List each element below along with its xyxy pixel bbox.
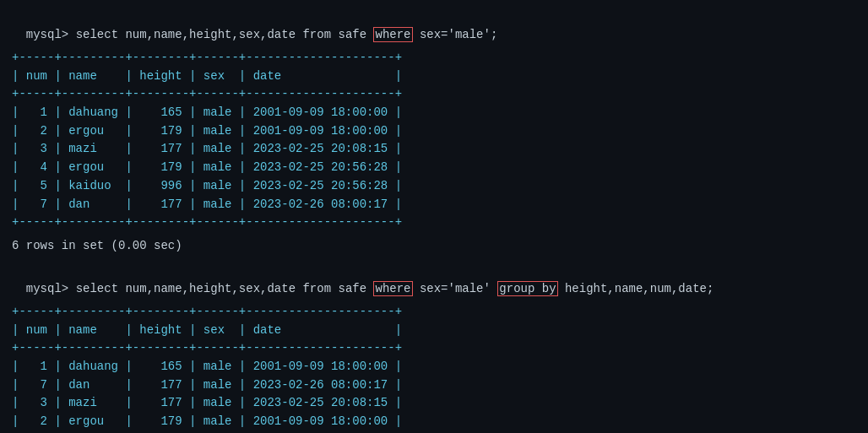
- table1-top-border: +-----+---------+--------+------+-------…: [12, 49, 856, 68]
- query1-line: mysql> select num,name,height,sex,date f…: [12, 8, 856, 44]
- query2-groupby-highlight: group by: [497, 281, 557, 296]
- table-row: | 2 | ergou | 179 | male | 2001-09-09 18…: [12, 122, 856, 141]
- table2-header-border: +-----+---------+--------+------+-------…: [12, 339, 856, 358]
- table1-header: | num | name | height | sex | date |: [12, 68, 856, 86]
- query2-where-highlight: where: [373, 281, 412, 296]
- table-row: | 7 | dan | 177 | male | 2023-02-26 08:0…: [12, 376, 856, 395]
- table-row: | 4 | ergou | 179 | male | 2023-02-25 20…: [12, 159, 856, 177]
- table2: +-----+---------+--------+------+-------…: [12, 303, 856, 433]
- table-row: | 5 | kaiduo | 996 | male | 2023-02-25 2…: [12, 177, 856, 196]
- table1-bottom-border: +-----+---------+--------+------+-------…: [12, 214, 856, 232]
- prompt1: mysql>: [26, 28, 76, 41]
- table1-header-border: +-----+---------+--------+------+-------…: [12, 85, 856, 104]
- query1-after-where: sex='male';: [413, 28, 498, 41]
- query1-where-highlight: where: [373, 27, 412, 42]
- query2-middle: sex='male': [413, 282, 498, 295]
- table-row: | 2 | ergou | 179 | male | 2001-09-09 18…: [12, 413, 856, 431]
- query2-before-where: select num,name,height,sex,date from saf…: [76, 282, 374, 295]
- result1: 6 rows in set (0.00 sec): [12, 239, 856, 252]
- table-row: | 1 | dahuang | 165 | male | 2001-09-09 …: [12, 358, 856, 376]
- prompt2: mysql>: [26, 282, 76, 295]
- query2-after: height,name,num,date;: [558, 282, 714, 295]
- table2-header: | num | name | height | sex | date |: [12, 322, 856, 340]
- table1: +-----+---------+--------+------+-------…: [12, 49, 856, 232]
- query1-before-where: select num,name,height,sex,date from saf…: [76, 28, 374, 41]
- table-row: | 1 | dahuang | 165 | male | 2001-09-09 …: [12, 104, 856, 122]
- table-row: | 3 | mazi | 177 | male | 2023-02-25 20:…: [12, 140, 856, 159]
- query2-line: mysql> select num,name,height,sex,date f…: [12, 263, 856, 298]
- table2-top-border: +-----+---------+--------+------+-------…: [12, 303, 856, 322]
- table-row: | 7 | dan | 177 | male | 2023-02-26 08:0…: [12, 196, 856, 214]
- table-row: | 3 | mazi | 177 | male | 2023-02-25 20:…: [12, 394, 856, 413]
